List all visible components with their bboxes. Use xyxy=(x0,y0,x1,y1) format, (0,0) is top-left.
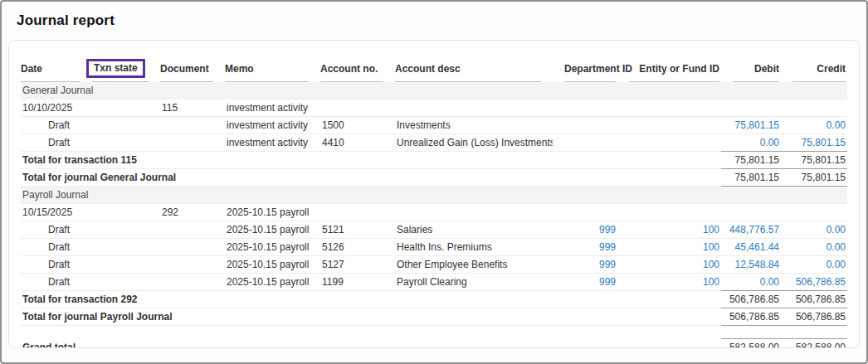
table-cell xyxy=(781,99,847,117)
entity-fund-id-cell[interactable]: 100 xyxy=(617,239,721,256)
table-cell xyxy=(92,99,160,117)
column-header-account-desc: Account desc xyxy=(395,61,553,82)
credit-cell[interactable]: 75,801.15 xyxy=(781,134,847,152)
total-label-cell: Grand total xyxy=(21,339,721,349)
txn-state-cell: Draft xyxy=(21,221,160,239)
total-label-cell: Total for journal Payroll Journal xyxy=(21,308,721,326)
detail-row: Draft2025-10.15 payroll5127Other Employe… xyxy=(21,256,847,274)
debit-cell[interactable]: 75,801.15 xyxy=(721,117,781,134)
transaction-row: 10/15/20252922025-10.15 payroll xyxy=(21,204,847,221)
table-cell xyxy=(160,221,225,239)
memo-cell: 2025-10.15 payroll xyxy=(225,274,320,291)
account-no-cell: 5126 xyxy=(320,239,395,256)
txn-state-cell: Draft xyxy=(21,256,160,274)
credit-total-cell: 582,588.00 xyxy=(781,339,847,349)
txn-state-cell: Draft xyxy=(21,239,160,256)
credit-cell[interactable]: 0.00 xyxy=(781,117,847,134)
table-cell xyxy=(92,204,160,221)
entity-fund-id-cell xyxy=(617,117,721,134)
memo-cell: investment activity xyxy=(225,99,320,117)
date-cell: 10/10/2025 xyxy=(21,99,92,117)
entity-fund-id-cell[interactable]: 100 xyxy=(617,221,721,239)
table-cell xyxy=(160,117,225,134)
department-id-cell[interactable]: 999 xyxy=(553,256,617,274)
header-row: Date Txn state Document Memo Account no.… xyxy=(21,61,847,82)
debit-cell[interactable]: 0.00 xyxy=(721,274,781,291)
journal-section-label: Payroll Journal xyxy=(21,187,847,204)
total-row: Total for transaction 292506,786.85506,7… xyxy=(21,291,847,308)
account-desc-cell: Other Employee Benefits xyxy=(395,256,553,274)
department-id-cell[interactable]: 999 xyxy=(553,274,617,291)
account-desc-cell: Unrealized Gain (Loss) Investments xyxy=(395,134,553,152)
account-desc-cell: Payroll Clearing xyxy=(395,274,553,291)
txn-state-highlight-box: Txn state xyxy=(86,59,145,78)
section-row: General Journal xyxy=(21,82,847,99)
journal-report-window: Journal report Date Txn state Document M… xyxy=(0,0,868,364)
column-header-memo-label: Memo xyxy=(225,61,309,82)
credit-cell[interactable]: 0.00 xyxy=(781,221,847,239)
credit-total-cell: 506,786.85 xyxy=(781,308,847,326)
table-cell xyxy=(160,256,225,274)
credit-cell[interactable]: 506,786.85 xyxy=(781,274,847,291)
table-cell xyxy=(395,204,553,221)
table-cell xyxy=(721,204,781,221)
table-cell xyxy=(320,204,395,221)
column-header-account-no: Account no. xyxy=(320,61,395,82)
entity-fund-id-cell xyxy=(617,134,721,152)
debit-cell[interactable]: 448,776.57 xyxy=(721,221,781,239)
column-header-credit: Credit xyxy=(781,61,847,82)
report-card: Date Txn state Document Memo Account no.… xyxy=(8,40,860,348)
txn-state-cell: Draft xyxy=(21,117,160,134)
total-label-cell: Total for transaction 292 xyxy=(21,291,721,308)
table-header: Date Txn state Document Memo Account no.… xyxy=(21,61,847,82)
detail-row: Draft2025-10.15 payroll1199Payroll Clear… xyxy=(21,274,847,291)
txn-state-label-text: Txn state xyxy=(94,62,138,74)
detail-row: Draft2025-10.15 payroll5121Salaries99910… xyxy=(21,221,847,239)
memo-cell: 2025-10.15 payroll xyxy=(225,221,320,239)
column-header-txn-state-label: Txn state xyxy=(92,61,149,82)
column-header-memo: Memo xyxy=(225,61,320,82)
table-cell xyxy=(395,99,553,117)
debit-cell[interactable]: 12,548.84 xyxy=(721,256,781,274)
column-header-debit: Debit xyxy=(721,61,781,82)
column-header-debit-label: Debit xyxy=(733,61,779,82)
table-cell xyxy=(721,99,781,117)
section-row: Payroll Journal xyxy=(21,187,847,204)
credit-total-cell: 75,801.15 xyxy=(781,152,847,169)
entity-fund-id-cell[interactable]: 100 xyxy=(617,274,721,291)
column-header-entity-fund-id: Entity or Fund ID xyxy=(617,61,721,82)
debit-cell[interactable]: 45,461.44 xyxy=(721,239,781,256)
credit-total-cell: 506,786.85 xyxy=(781,291,847,308)
account-desc-cell: Salaries xyxy=(395,221,553,239)
table-cell xyxy=(21,326,847,339)
department-id-cell xyxy=(553,117,617,134)
page-title: Journal report xyxy=(2,2,866,29)
credit-cell[interactable]: 0.00 xyxy=(781,256,847,274)
column-header-document-label: Document xyxy=(160,61,213,82)
account-no-cell: 5127 xyxy=(320,256,395,274)
department-id-cell xyxy=(553,134,617,152)
column-header-date-label: Date xyxy=(21,61,80,82)
department-id-cell[interactable]: 999 xyxy=(553,221,617,239)
detail-row: Draftinvestment activity4410Unrealized G… xyxy=(21,134,847,152)
credit-cell[interactable]: 0.00 xyxy=(781,239,847,256)
entity-fund-id-cell[interactable]: 100 xyxy=(617,256,721,274)
txn-state-cell: Draft xyxy=(21,274,160,291)
account-no-cell: 5121 xyxy=(320,221,395,239)
column-header-department-id-label: Department ID xyxy=(564,61,616,82)
memo-cell: investment activity xyxy=(225,134,320,152)
memo-cell: 2025-10.15 payroll xyxy=(225,204,320,221)
table-cell xyxy=(160,239,225,256)
table-cell xyxy=(160,134,225,152)
debit-cell[interactable]: 0.00 xyxy=(721,134,781,152)
department-id-cell[interactable]: 999 xyxy=(553,239,617,256)
account-no-cell: 1199 xyxy=(320,274,395,291)
journal-report-table: Date Txn state Document Memo Account no.… xyxy=(21,61,847,348)
column-header-txn-state: Txn state xyxy=(92,61,160,82)
document-cell: 115 xyxy=(160,99,225,117)
table-cell xyxy=(160,274,225,291)
debit-total-cell: 75,801.15 xyxy=(721,169,781,187)
account-desc-cell: Health Ins. Premiums xyxy=(395,239,553,256)
credit-total-cell: 75,801.15 xyxy=(781,169,847,187)
txn-state-cell: Draft xyxy=(21,134,160,152)
